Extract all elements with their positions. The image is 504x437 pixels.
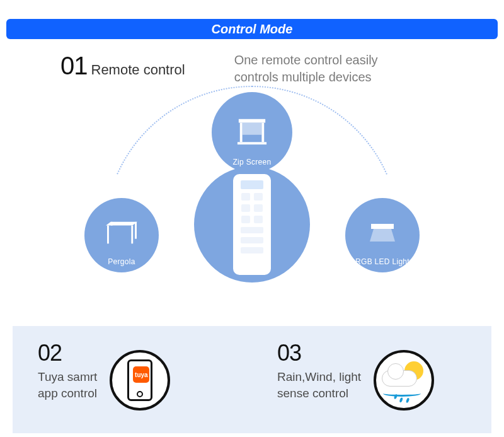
pergola-icon bbox=[101, 219, 142, 248]
tuya-badge: tuya bbox=[133, 366, 149, 383]
mode-01-number: 01 bbox=[60, 52, 88, 80]
mode-02-line2: app control bbox=[38, 385, 97, 402]
weather-sense-icon bbox=[374, 350, 434, 411]
mode-01-header: 01 Remote control One remote control eas… bbox=[0, 48, 504, 86]
mode-01-title: Remote control bbox=[91, 62, 185, 78]
node-rgb-light: RGB LED Light bbox=[345, 198, 420, 272]
mode-03-block: 03 Rain,Wind, light sense control bbox=[252, 340, 491, 433]
mode-02-line1: Tuya samrt bbox=[38, 369, 97, 385]
section-header-banner: Control Mode bbox=[6, 19, 498, 39]
svg-rect-1 bbox=[240, 123, 243, 143]
svg-rect-5 bbox=[107, 226, 109, 244]
node-remote-center bbox=[194, 166, 310, 283]
svg-rect-3 bbox=[243, 123, 262, 135]
mode-01-description: One remote control easily controls multi… bbox=[234, 52, 423, 86]
mode-03-number: 03 bbox=[277, 340, 361, 366]
svg-rect-8 bbox=[111, 222, 113, 226]
zip-screen-icon bbox=[234, 115, 270, 147]
svg-rect-4 bbox=[238, 142, 266, 144]
node-pergola: Pergola bbox=[84, 198, 159, 272]
svg-rect-7 bbox=[135, 222, 137, 239]
node-rgb-light-label: RGB LED Light bbox=[355, 257, 410, 266]
mode-02-block: 02 Tuya samrt app control tuya bbox=[13, 340, 252, 433]
svg-rect-9 bbox=[371, 224, 394, 229]
mode-03-line2: sense control bbox=[277, 385, 361, 402]
node-pergola-label: Pergola bbox=[108, 257, 135, 266]
mode-02-number: 02 bbox=[38, 340, 97, 366]
mode-03-text: 03 Rain,Wind, light sense control bbox=[277, 340, 361, 401]
node-zip-screen-label: Zip Screen bbox=[232, 158, 271, 166]
mode-03-line1: Rain,Wind, light bbox=[277, 369, 361, 385]
mode-01-title-block: 01 Remote control bbox=[60, 52, 185, 80]
svg-rect-6 bbox=[131, 226, 133, 244]
phone-icon: tuya bbox=[127, 359, 152, 401]
sun-cloud-rain-icon bbox=[382, 361, 426, 399]
rgb-light-icon bbox=[365, 220, 400, 248]
remote-control-diagram: Zip Screen Pergola RGB LED Light bbox=[0, 86, 504, 300]
svg-rect-0 bbox=[239, 119, 265, 123]
bottom-modes-row: 02 Tuya samrt app control tuya 03 Rain,W… bbox=[13, 326, 491, 433]
node-zip-screen: Zip Screen bbox=[212, 92, 292, 173]
remote-control-icon bbox=[233, 174, 271, 275]
svg-rect-2 bbox=[261, 123, 264, 143]
svg-marker-10 bbox=[370, 229, 395, 242]
mode-02-text: 02 Tuya samrt app control bbox=[38, 340, 97, 401]
tuya-app-icon: tuya bbox=[110, 350, 170, 411]
